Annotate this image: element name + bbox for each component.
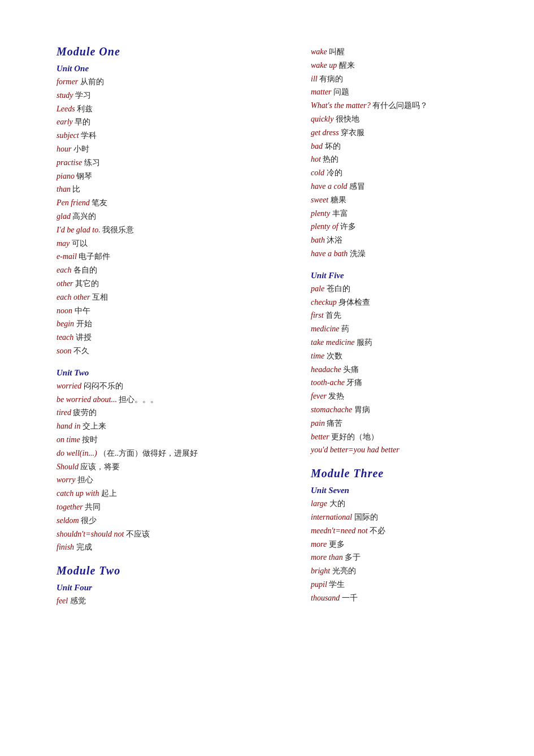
vocab-en: you'd better=you had better [311,446,400,454]
vocab-en: teach [57,333,73,342]
list-item: teach 讲授 [57,331,294,344]
list-item: do well(in...) （在..方面）做得好，进展好 [57,447,294,460]
vocab-en: What's the matter? [311,101,371,110]
list-item: former 从前的 [57,75,294,89]
vocab-en: large [311,499,327,508]
vocab-en: pupil [311,580,327,589]
list-item: on time 按时 [57,433,294,447]
list-item: shouldn't=should not 不应该 [57,528,294,541]
vocab-zh: 讲授 [76,333,92,342]
vocab-zh: 利兹 [77,105,93,113]
vocab-en: international [311,513,352,521]
vocab-en: stomachache [311,405,352,414]
vocab-en: bath [311,236,325,244]
vocab-zh: 很快地 [336,115,359,123]
vocab-en: practise [57,158,82,167]
vocab-zh: 发热 [328,392,344,400]
list-item: e-mail 电子邮件 [57,250,294,263]
vocab-en: headache [311,365,341,374]
vocab-zh: 服药 [357,338,372,347]
list-item: may 可以 [57,237,294,250]
list-item: you'd better=you had better [311,443,509,457]
vocab-zh: 应该，将要 [80,463,120,471]
list-item: pain 痛苦 [311,417,509,430]
list-item: have a bath 洗澡 [311,247,509,261]
vocab-zh: 一千 [342,594,358,602]
vocab-en: time [311,352,324,360]
list-item: each other 互相 [57,291,294,304]
vocab-en: better [311,433,329,441]
vocab-zh: 学生 [329,580,345,589]
vocab-zh: 坏的 [325,142,341,150]
vocab-zh: 沐浴 [327,236,342,244]
vocab-zh: 从前的 [80,77,104,86]
list-item: pale 苍白的 [311,282,509,296]
list-item: tooth-ache 牙痛 [311,376,509,390]
vocab-zh: 有什么问题吗？ [372,101,428,110]
vocab-zh: 完成 [76,543,92,551]
list-item: tired 疲劳的 [57,406,294,420]
vocab-zh: 药 [341,325,349,333]
vocab-en: hand in [57,422,80,430]
vocab-en: pain [311,419,325,427]
vocab-zh: 丰富 [332,209,348,218]
vocab-zh: 更好的（地） [331,433,379,441]
vocab-en: feel [57,597,68,605]
list-item: practise 练习 [57,156,294,170]
vocab-zh: 起上 [101,489,117,498]
vocab-en: get dress [311,128,339,137]
list-item: glad 高兴的 [57,210,294,223]
list-item: feel 感觉 [57,594,294,608]
unit-one-title: Unit One [57,64,294,74]
vocab-zh: 牙痛 [346,378,362,387]
list-item: matter 问题 [311,85,509,99]
list-item: What's the matter? 有什么问题吗？ [311,99,509,113]
list-item: have a cold 感冒 [311,180,509,193]
list-item: first 首先 [311,309,509,322]
vocab-en: catch up with [57,489,99,498]
vocab-zh: 大的 [329,499,345,508]
vocab-en: wake [311,47,327,56]
vocab-en: I'd be glad to. [57,226,101,234]
vocab-zh: （在..方面）做得好，进展好 [99,449,198,457]
vocab-en: finish [57,543,74,551]
vocab-en: Leeds [57,105,75,113]
vocab-en: noon [57,306,72,315]
list-item: early 早的 [57,115,294,129]
vocab-en: glad [57,212,71,221]
list-item: Should 应该，将要 [57,460,294,474]
list-item: stomachache 胃病 [311,403,509,417]
vocab-zh: 痛苦 [327,419,342,427]
vocab-zh: 叫醒 [329,47,345,56]
vocab-en: more than [311,553,343,561]
vocab-zh: 不应该 [126,530,150,538]
vocab-zh: 感觉 [70,597,86,605]
vocab-zh: 担心。。。 [119,395,158,404]
vocab-zh: 光亮的 [332,567,356,575]
unit-two-items: worried 闷闷不乐的be worried about... 担心。。。ti… [57,379,294,554]
list-item: catch up with 起上 [57,487,294,500]
vocab-zh: 醒来 [339,61,355,70]
list-item: sweet 糖果 [311,193,509,207]
list-item: fever 发热 [311,390,509,403]
vocab-zh: 小时 [73,145,89,153]
vocab-zh: 糖果 [331,196,346,204]
list-item: other 其它的 [57,277,294,291]
vocab-zh: 穿衣服 [341,128,364,137]
list-item: than 比 [57,183,294,196]
vocab-zh: 疲劳的 [73,408,97,417]
list-item: get dress 穿衣服 [311,126,509,140]
list-item: bright 光亮的 [311,564,509,578]
unit-four-items: feel 感觉 [57,594,294,608]
vocab-zh: 电子邮件 [79,252,110,261]
module-two-title: Module Two [57,564,294,577]
list-item: I'd be glad to. 我很乐意 [57,223,294,237]
vocab-zh: 学科 [81,131,97,140]
list-item: seldom 很少 [57,514,294,528]
vocab-en: other [57,279,73,288]
vocab-en: each other [57,293,90,301]
vocab-zh: 感冒 [349,182,365,191]
vocab-zh: 头痛 [343,365,359,374]
vocab-zh: 其它的 [75,279,99,288]
vocab-en: be worried about... [57,395,117,404]
